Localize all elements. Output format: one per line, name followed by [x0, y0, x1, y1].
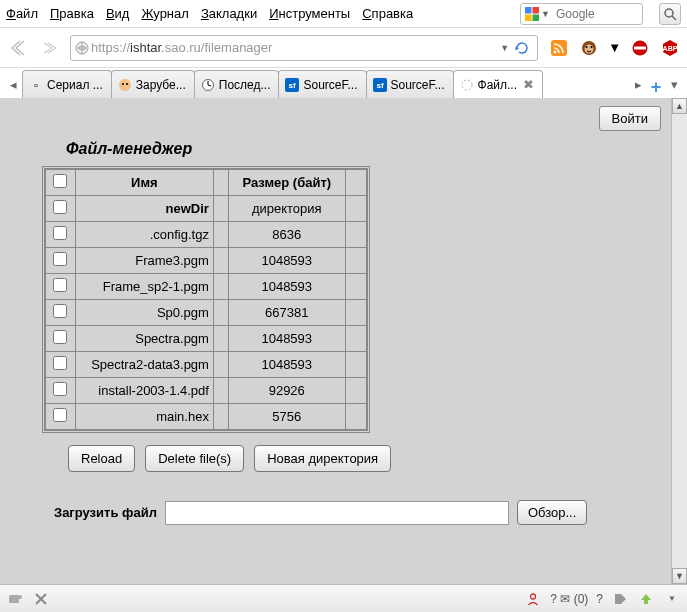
- rss-icon[interactable]: [548, 37, 570, 59]
- table-row: Spectra.pgm 1048593: [46, 326, 367, 352]
- status-download-icon[interactable]: [637, 590, 655, 608]
- file-table: Имя Размер (байт) newDir директория .con…: [45, 169, 367, 430]
- menu-history[interactable]: Журнал: [141, 6, 188, 21]
- noscript-icon[interactable]: [629, 37, 651, 59]
- upload-row: Загрузить файл Обзор...: [54, 500, 687, 525]
- navbar: https://ishtar.sao.ru/filemanager ▼ ▼ AB…: [0, 28, 687, 68]
- tab-close-icon[interactable]: ✖: [523, 77, 534, 92]
- menu-edit[interactable]: Правка: [50, 6, 94, 21]
- menu-help[interactable]: Справка: [362, 6, 413, 21]
- scroll-down-icon[interactable]: ▼: [672, 568, 687, 584]
- vertical-scrollbar[interactable]: ▲ ▼: [671, 98, 687, 584]
- tabbar: ◂ ▫ Сериал ... Зарубе... Послед... sf So…: [0, 68, 687, 98]
- svg-point-13: [591, 46, 593, 48]
- row-checkbox[interactable]: [53, 330, 67, 344]
- tab-item[interactable]: Зарубе...: [111, 70, 195, 98]
- svg-rect-3: [533, 14, 540, 21]
- url-bar[interactable]: https://ishtar.sao.ru/filemanager ▼: [70, 35, 538, 61]
- status-tag-icon[interactable]: [611, 590, 629, 608]
- row-checkbox[interactable]: [53, 252, 67, 266]
- scroll-up-icon[interactable]: ▲: [672, 98, 687, 114]
- svg-point-18: [119, 79, 131, 91]
- row-checkbox[interactable]: [53, 304, 67, 318]
- tab-item[interactable]: sf SourceF...: [366, 70, 454, 98]
- cell-size: 1048593: [228, 248, 345, 274]
- search-input[interactable]: [554, 5, 638, 23]
- cell-size: 1048593: [228, 352, 345, 378]
- select-all-checkbox[interactable]: [53, 174, 67, 188]
- tab-scroll-right[interactable]: ▸: [629, 70, 647, 98]
- row-checkbox[interactable]: [53, 278, 67, 292]
- svg-text:ABP: ABP: [663, 45, 678, 52]
- adblock-icon[interactable]: ABP: [659, 37, 681, 59]
- delete-files-button[interactable]: Delete file(s): [145, 445, 244, 472]
- browse-button[interactable]: Обзор...: [517, 500, 587, 525]
- search-submit-button[interactable]: [659, 3, 681, 25]
- upload-path-input[interactable]: [165, 501, 509, 525]
- tab-scroll-left[interactable]: ◂: [4, 70, 22, 98]
- row-checkbox[interactable]: [53, 200, 67, 214]
- menu-tools[interactable]: Инструменты: [269, 6, 350, 21]
- cell-size: 1048593: [228, 274, 345, 300]
- login-button[interactable]: Войти: [599, 106, 661, 131]
- file-table-wrapper: Имя Размер (байт) newDir директория .con…: [42, 166, 370, 433]
- tab-item[interactable]: Послед...: [194, 70, 280, 98]
- reload-page-icon[interactable]: [511, 37, 533, 59]
- row-checkbox[interactable]: [53, 382, 67, 396]
- status-person-icon[interactable]: [524, 590, 542, 608]
- row-checkbox[interactable]: [53, 408, 67, 422]
- forward-button[interactable]: [38, 35, 64, 61]
- tab-list-dropdown[interactable]: ▾: [665, 70, 683, 98]
- cell-name[interactable]: Spectra2-data3.pgm: [75, 352, 213, 378]
- svg-point-19: [122, 83, 124, 85]
- status-plugin-icon[interactable]: [6, 590, 24, 608]
- svg-point-28: [462, 80, 472, 90]
- svg-text:sf: sf: [376, 81, 383, 90]
- svg-point-33: [531, 594, 536, 599]
- row-checkbox[interactable]: [53, 356, 67, 370]
- menu-bookmarks[interactable]: Закладки: [201, 6, 257, 21]
- svg-rect-8: [551, 40, 567, 56]
- monkey-icon[interactable]: [578, 37, 600, 59]
- status-close-icon[interactable]: [32, 590, 50, 608]
- tab-label: Файл...: [478, 78, 518, 92]
- cell-name[interactable]: Spectra.pgm: [75, 326, 213, 352]
- cell-name[interactable]: Sp0.pgm: [75, 300, 213, 326]
- search-engine-dropdown-icon[interactable]: ▼: [541, 9, 550, 19]
- cell-name[interactable]: .config.tgz: [75, 222, 213, 248]
- menu-view[interactable]: Вид: [106, 6, 130, 21]
- svg-text:sf: sf: [289, 81, 296, 90]
- page-content: Войти Файл-менеджер Имя Размер (байт) ne…: [0, 98, 687, 584]
- svg-point-20: [126, 83, 128, 85]
- reload-button[interactable]: Reload: [68, 445, 135, 472]
- table-row: Sp0.pgm 667381: [46, 300, 367, 326]
- tab-item-active[interactable]: Файл... ✖: [453, 70, 544, 98]
- cell-name[interactable]: Frame3.pgm: [75, 248, 213, 274]
- table-row: install-2003-1.4.pdf 92926: [46, 378, 367, 404]
- tab-item[interactable]: sf SourceF...: [278, 70, 366, 98]
- search-box[interactable]: ▼: [520, 3, 643, 25]
- header-checkbox-cell: [46, 170, 76, 196]
- tab-favicon-loading: [460, 78, 474, 92]
- svg-point-4: [665, 9, 673, 17]
- tab-item[interactable]: ▫ Сериал ...: [22, 70, 112, 98]
- site-identity-icon[interactable]: [75, 41, 89, 55]
- status-dropdown-icon[interactable]: ▼: [663, 590, 681, 608]
- status-mail-text[interactable]: ? ✉ (0): [550, 592, 588, 606]
- cell-name[interactable]: newDir: [75, 196, 213, 222]
- row-checkbox[interactable]: [53, 226, 67, 240]
- cell-name[interactable]: Frame_sp2-1.pgm: [75, 274, 213, 300]
- tab-favicon-clock: [201, 78, 215, 92]
- status-q2-text[interactable]: ?: [596, 592, 603, 606]
- cell-name[interactable]: main.hex: [75, 404, 213, 430]
- tab-label: Послед...: [219, 78, 271, 92]
- back-button[interactable]: [6, 35, 32, 61]
- url-dropdown-icon[interactable]: ▼: [500, 43, 509, 53]
- new-tab-button[interactable]: +: [647, 77, 665, 98]
- upload-label: Загрузить файл: [54, 505, 157, 520]
- new-directory-button[interactable]: Новая директория: [254, 445, 391, 472]
- menu-file[interactable]: Файл: [6, 6, 38, 21]
- cell-size: 8636: [228, 222, 345, 248]
- cell-name[interactable]: install-2003-1.4.pdf: [75, 378, 213, 404]
- monkey-dropdown-icon[interactable]: ▼: [608, 40, 621, 55]
